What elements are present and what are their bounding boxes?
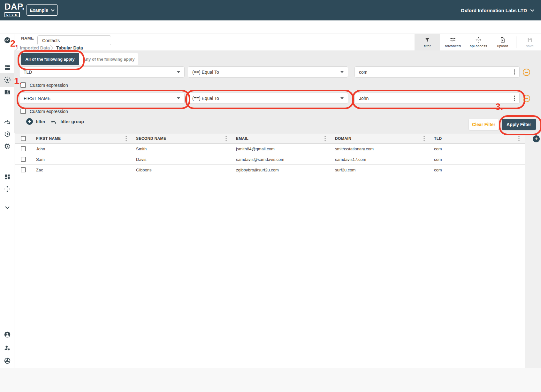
filter-value-input-1[interactable]: com bbox=[354, 66, 520, 78]
filter-field-value-2: FIRST NAME bbox=[24, 96, 51, 101]
table-header-row: FIRST NAME SECOND NAME EMAIL DOMAIN TLD bbox=[15, 133, 525, 144]
dropdown-caret-icon bbox=[177, 97, 180, 99]
custom-expression-label-1: Custom expression bbox=[30, 83, 68, 88]
chevron-down-icon bbox=[530, 9, 535, 12]
column-menu-icon[interactable] bbox=[423, 136, 425, 141]
filter-operator-select-2[interactable]: (==) Equal To bbox=[188, 93, 348, 104]
add-column-button[interactable]: + bbox=[533, 135, 540, 142]
remove-filter-button-1[interactable] bbox=[523, 69, 530, 76]
tune-sliders-icon bbox=[450, 37, 456, 43]
toolbar-filter-button[interactable]: filter bbox=[415, 34, 440, 50]
column-header-domain[interactable]: DOMAIN bbox=[331, 133, 430, 144]
sidebar-item-expand-more[interactable] bbox=[2, 202, 12, 213]
filter-operator-value-2: (==) Equal To bbox=[192, 96, 219, 101]
filter-funnel-icon bbox=[424, 37, 431, 43]
cell-email: zgibbybro@surf2u.com bbox=[232, 165, 331, 175]
mode-any-button[interactable]: Any of the following apply bbox=[79, 53, 138, 65]
sidebar-item-import[interactable] bbox=[2, 75, 12, 85]
sidebar-item-user-settings[interactable] bbox=[2, 343, 12, 353]
sidebar-item-move[interactable] bbox=[2, 184, 12, 194]
toolbar-api-access-label: api access bbox=[470, 44, 487, 48]
annotation-step-3: 3. bbox=[495, 102, 503, 112]
row-checkbox[interactable] bbox=[21, 157, 26, 162]
clear-filter-button[interactable]: Clear Filter bbox=[469, 119, 499, 130]
column-header-tld[interactable]: TLD bbox=[430, 133, 525, 144]
dropdown-caret-icon bbox=[340, 97, 344, 99]
table-right-gutter bbox=[525, 133, 541, 368]
select-all-checkbox[interactable] bbox=[21, 136, 26, 141]
column-header-second-name[interactable]: SECOND NAME bbox=[132, 133, 232, 144]
network-wheel-icon bbox=[4, 357, 11, 364]
cell-first-name: Sam bbox=[32, 154, 132, 164]
apply-filter-button[interactable]: Apply Filter bbox=[502, 119, 536, 130]
toolbar-save-button[interactable]: save bbox=[519, 34, 541, 50]
toolbar-upload-label: upload bbox=[497, 44, 508, 48]
cell-second-name: Gibbons bbox=[132, 165, 232, 175]
name-input[interactable]: Contacts bbox=[37, 35, 111, 45]
filter-operator-select-1[interactable]: (==) Equal To bbox=[188, 66, 348, 78]
chevron-down-icon bbox=[51, 9, 55, 11]
sidebar-item-history[interactable] bbox=[2, 129, 12, 139]
filter-value-text-2: John bbox=[359, 96, 369, 101]
table-row[interactable]: Zac Gibbons zgibbybro@surf2u.com surf2u.… bbox=[15, 165, 525, 175]
sidebar-item-dashboard[interactable] bbox=[2, 172, 12, 182]
add-filter-group-label: filter group bbox=[60, 119, 84, 124]
sidebar-item-contacts[interactable] bbox=[2, 87, 12, 97]
kebab-menu-icon[interactable] bbox=[514, 95, 515, 101]
column-menu-icon[interactable] bbox=[518, 136, 520, 141]
custom-expression-label-2: Custom expression bbox=[30, 109, 68, 114]
org-menu[interactable]: Oxford Information Labs LTD bbox=[461, 0, 535, 20]
cell-first-name: John bbox=[32, 144, 132, 154]
column-header-email[interactable]: EMAIL bbox=[232, 133, 331, 144]
account-icon bbox=[4, 331, 11, 338]
org-name: Oxford Information Labs LTD bbox=[461, 8, 527, 13]
sidebar-item-account[interactable] bbox=[2, 329, 12, 340]
filter-field-select-1[interactable]: TLD bbox=[19, 66, 185, 78]
cell-email: jsmith84@gmail.com bbox=[232, 144, 331, 154]
sidebar-item-network[interactable] bbox=[2, 356, 12, 366]
row-checkbox[interactable] bbox=[21, 167, 26, 172]
sidebar-item-processor[interactable] bbox=[2, 141, 12, 151]
add-filter-group-button[interactable]: filter group bbox=[50, 118, 84, 125]
column-menu-icon[interactable] bbox=[324, 136, 326, 141]
column-menu-icon[interactable] bbox=[225, 136, 227, 141]
chevron-down-icon bbox=[4, 204, 11, 211]
table-row[interactable]: Sam Davis samdavis@samdavis.com samdavis… bbox=[15, 154, 525, 165]
remove-filter-button-2[interactable] bbox=[523, 95, 530, 102]
cell-domain: surf2u.com bbox=[331, 165, 430, 175]
app-window: DAP. LIVE Example Oxford Information Lab… bbox=[0, 0, 541, 392]
row-checkbox[interactable] bbox=[21, 146, 26, 151]
filter-group-icon bbox=[50, 118, 57, 125]
kebab-menu-icon[interactable] bbox=[514, 69, 515, 75]
cell-email: samdavis@samdavis.com bbox=[232, 154, 331, 164]
add-filter-button[interactable]: + filter bbox=[26, 118, 45, 125]
table-row[interactable]: John Smith jsmith84@gmail.com smithsstat… bbox=[15, 144, 525, 154]
cell-first-name: Zac bbox=[32, 165, 132, 175]
toolbar-advanced-label: advanced bbox=[445, 44, 461, 48]
toolbar-advanced-button[interactable]: advanced bbox=[440, 34, 466, 50]
workspace-label: Example bbox=[30, 8, 48, 13]
top-bar: DAP. LIVE Example Oxford Information Lab… bbox=[0, 0, 541, 20]
custom-expression-checkbox-2[interactable] bbox=[20, 109, 26, 114]
sidebar-item-data-explorer[interactable] bbox=[2, 117, 12, 127]
toolbar-upload-button[interactable]: upload bbox=[491, 34, 514, 50]
minus-icon bbox=[525, 72, 528, 73]
sidebar-item-datasets[interactable] bbox=[2, 63, 12, 73]
api-access-icon bbox=[475, 37, 482, 43]
cell-tld: com bbox=[430, 144, 525, 154]
dap-logo: DAP. LIVE bbox=[4, 2, 25, 17]
toolbar-divider bbox=[516, 36, 516, 48]
breadcrumb: Imported Data Tabular Data bbox=[0, 20, 541, 34]
dropdown-caret-icon bbox=[340, 71, 344, 73]
breadcrumb-imported-data[interactable]: Imported Data bbox=[20, 45, 50, 50]
column-header-first-name[interactable]: FIRST NAME bbox=[32, 133, 132, 144]
toolbar-api-access-button[interactable]: api access bbox=[466, 34, 491, 50]
workspace-dropdown-button[interactable]: Example bbox=[27, 4, 58, 16]
column-menu-icon[interactable] bbox=[126, 136, 127, 141]
mode-all-button[interactable]: All of the following apply bbox=[21, 53, 79, 65]
filter-value-input-2[interactable]: John bbox=[354, 93, 520, 104]
history-icon bbox=[4, 131, 11, 138]
add-filter-label: filter bbox=[36, 119, 45, 124]
filter-field-select-2[interactable]: FIRST NAME bbox=[19, 93, 185, 104]
upload-file-icon bbox=[499, 37, 506, 43]
